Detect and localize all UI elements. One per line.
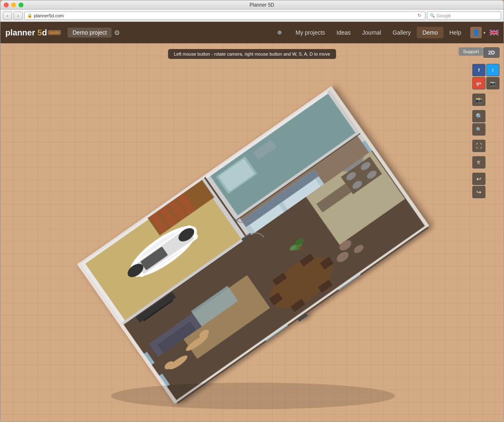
nav-help[interactable]: Help	[443, 27, 467, 38]
fullscreen-button[interactable]: ⛶	[472, 140, 485, 152]
right-toolbar: f t g+ 📷 📸 🔍 🔍 ⛶ ft' ↩ ↪	[472, 64, 499, 198]
twitter-button[interactable]: t	[486, 64, 499, 76]
refresh-button[interactable]: ↻	[416, 12, 422, 19]
lock-icon: 🔒	[27, 13, 32, 18]
nav-user: 👤 ▾	[470, 27, 499, 38]
social-buttons-2: g+ 📷	[472, 77, 499, 89]
redo-button[interactable]: ↪	[472, 186, 485, 198]
browser-title: Planner 5D	[23, 2, 500, 8]
screenshot-button[interactable]: 📸	[472, 94, 485, 106]
close-button[interactable]	[4, 2, 9, 7]
logo-area: planner 5d studio	[5, 28, 61, 38]
window-controls	[4, 2, 23, 7]
dropdown-arrow: ▾	[483, 30, 485, 35]
support-button[interactable]: Support	[459, 47, 483, 56]
nav-journal[interactable]: Journal	[357, 27, 387, 38]
floorplan-svg	[25, 76, 481, 409]
address-bar[interactable]: 🔒 planner5d.com ↻	[24, 12, 425, 20]
logo-badge: studio	[48, 30, 61, 35]
flag-icon[interactable]	[490, 30, 499, 35]
nav-demo[interactable]: Demo	[417, 27, 443, 38]
address-text: planner5d.com	[34, 13, 64, 18]
google-plus-button[interactable]: g+	[472, 77, 485, 89]
browser-toolbar: ‹ › 🔒 planner5d.com ↻ 🔍 Google	[0, 9, 504, 22]
nav-items: My projects Ideas Journal Gallery Demo H…	[290, 27, 467, 38]
status-dot	[278, 30, 282, 35]
app-content: planner 5d studio Demo project ⚙ My proj…	[0, 22, 504, 422]
undo-button[interactable]: ↩	[472, 173, 485, 185]
nav-my-projects[interactable]: My projects	[290, 27, 331, 38]
search-icon: 🔍	[430, 13, 435, 18]
floorplan-canvas[interactable]	[25, 76, 481, 409]
maximize-button[interactable]	[19, 2, 23, 7]
search-bar[interactable]: 🔍 Google	[427, 12, 501, 20]
settings-button[interactable]: ⚙	[114, 29, 120, 37]
main-view[interactable]: Left mouse button - rotate camera, right…	[0, 43, 504, 422]
facebook-button[interactable]: f	[472, 64, 485, 76]
uk-flag-svg	[490, 30, 499, 35]
back-button[interactable]: ‹	[3, 12, 12, 20]
search-text: Google	[436, 13, 451, 18]
nav-gallery[interactable]: Gallery	[387, 27, 416, 38]
nav-ideas[interactable]: Ideas	[331, 27, 356, 38]
logo-d: d	[42, 28, 47, 37]
user-avatar[interactable]: 👤	[470, 27, 482, 38]
forward-button[interactable]: ›	[14, 12, 23, 20]
logo-planner: planner	[5, 28, 35, 37]
camera-tooltip: Left mouse button - rotate camera, right…	[168, 49, 336, 59]
view-2d-button[interactable]: 2D	[483, 47, 499, 58]
logo-5: 5	[37, 28, 42, 37]
browser-titlebar: Planner 5D	[0, 0, 504, 9]
zoom-in-button[interactable]: 🔍	[472, 110, 485, 122]
share-button[interactable]: 📷	[486, 77, 499, 89]
social-buttons: f t	[472, 64, 499, 76]
tooltip-text: Left mouse button - rotate camera, right…	[174, 52, 330, 56]
project-name[interactable]: Demo project	[68, 28, 112, 38]
measure-units-button[interactable]: ft'	[472, 156, 485, 169]
zoom-out-button[interactable]: 🔍	[472, 123, 485, 136]
minimize-button[interactable]	[11, 2, 16, 7]
svg-point-82	[111, 382, 395, 409]
app-navbar: planner 5d studio Demo project ⚙ My proj…	[0, 22, 504, 43]
browser-frame: Planner 5D ‹ › 🔒 planner5d.com ↻ 🔍 Googl…	[0, 0, 504, 422]
logo-text: planner 5d	[5, 28, 47, 38]
